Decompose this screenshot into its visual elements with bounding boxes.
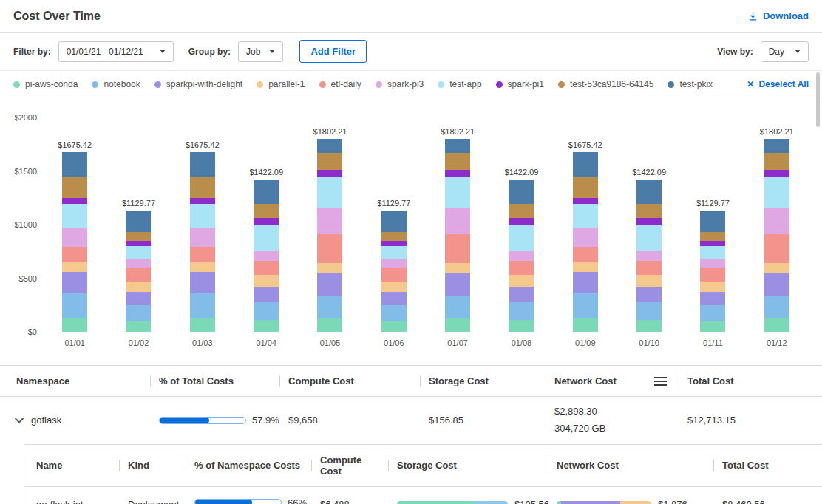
bar-segment-notebook[interactable] bbox=[445, 296, 470, 318]
bar-segment-sparkpi-with-delight[interactable] bbox=[190, 272, 215, 293]
bar-segment-parallel-1[interactable] bbox=[445, 263, 470, 273]
col-pct-total-costs[interactable]: % of Total Costs bbox=[150, 366, 279, 396]
bar-segment-test-pkix[interactable] bbox=[381, 211, 407, 232]
bar-segment-pi-aws-conda[interactable] bbox=[764, 318, 789, 332]
bar-segment-etl-daily[interactable] bbox=[62, 247, 87, 262]
bar-segment-spark-pi3[interactable] bbox=[126, 259, 151, 268]
bar-segment-test-53ca9186-64145[interactable] bbox=[62, 177, 87, 198]
bar-segment-etl-daily[interactable] bbox=[190, 247, 215, 262]
bar-segment-notebook[interactable] bbox=[381, 305, 407, 321]
stacked-bar[interactable] bbox=[509, 180, 534, 332]
add-filter-button[interactable]: Add Filter bbox=[299, 40, 367, 63]
bar-segment-test-pkix[interactable] bbox=[126, 211, 151, 232]
column-settings-icon[interactable] bbox=[654, 377, 667, 386]
bar-segment-parallel-1[interactable] bbox=[317, 263, 342, 273]
bar-segment-spark-pi3[interactable] bbox=[317, 208, 342, 234]
legend-item-parallel-1[interactable]: parallel-1 bbox=[257, 79, 305, 89]
bar-segment-sparkpi-with-delight[interactable] bbox=[381, 292, 407, 304]
col-namespace[interactable]: Namespace bbox=[13, 366, 150, 396]
bar-segment-notebook[interactable] bbox=[509, 302, 534, 320]
bar-segment-spark-pi1[interactable] bbox=[190, 198, 215, 205]
bar-segment-spark-pi3[interactable] bbox=[764, 208, 789, 234]
legend-item-test-53ca9186-64145[interactable]: test-53ca9186-64145 bbox=[558, 79, 653, 89]
col-network-cost[interactable]: Network Cost bbox=[548, 445, 713, 486]
bar-segment-spark-pi3[interactable] bbox=[573, 228, 598, 247]
col-kind[interactable]: Kind bbox=[119, 445, 186, 486]
bar-segment-spark-pi3[interactable] bbox=[700, 259, 725, 268]
col-total-cost[interactable]: Total Cost bbox=[713, 445, 822, 486]
stacked-bar[interactable] bbox=[573, 152, 598, 332]
bar-segment-test-pkix[interactable] bbox=[509, 180, 534, 205]
bar-segment-spark-pi3[interactable] bbox=[509, 251, 534, 262]
col-pct-namespace-costs[interactable]: % of Namespace Costs bbox=[186, 445, 311, 486]
bar-segment-sparkpi-with-delight[interactable] bbox=[254, 287, 279, 302]
bar-segment-spark-pi1[interactable] bbox=[62, 198, 87, 205]
bar-segment-spark-pi1[interactable] bbox=[445, 170, 470, 177]
bar-segment-pi-aws-conda[interactable] bbox=[190, 318, 215, 332]
group-by-dropdown[interactable]: Job bbox=[238, 41, 283, 62]
bar-segment-pi-aws-conda[interactable] bbox=[381, 321, 407, 333]
legend-item-pi-aws-conda[interactable]: pi-aws-conda bbox=[13, 79, 78, 89]
namespace-expand-cell[interactable]: goflask bbox=[13, 415, 150, 426]
bar-segment-sparkpi-with-delight[interactable] bbox=[764, 273, 789, 296]
bar-segment-test-pkix[interactable] bbox=[636, 180, 662, 205]
bar-segment-pi-aws-conda[interactable] bbox=[700, 321, 725, 333]
bar-segment-etl-daily[interactable] bbox=[381, 268, 407, 282]
bar-segment-test-app[interactable] bbox=[764, 177, 789, 208]
bar-segment-pi-aws-conda[interactable] bbox=[62, 318, 87, 332]
bar-segment-notebook[interactable] bbox=[254, 302, 279, 320]
bar-segment-sparkpi-with-delight[interactable] bbox=[126, 292, 151, 304]
bar-segment-test-pkix[interactable] bbox=[445, 139, 470, 153]
bar-segment-test-pkix[interactable] bbox=[573, 152, 598, 177]
bar-segment-pi-aws-conda[interactable] bbox=[636, 320, 662, 332]
bar-segment-parallel-1[interactable] bbox=[381, 282, 407, 293]
bar-segment-test-53ca9186-64145[interactable] bbox=[190, 177, 215, 198]
bar-segment-test-pkix[interactable] bbox=[700, 211, 725, 232]
bar-segment-sparkpi-with-delight[interactable] bbox=[62, 272, 87, 293]
bar-segment-notebook[interactable] bbox=[190, 293, 215, 318]
bar-segment-etl-daily[interactable] bbox=[254, 261, 279, 275]
bar-segment-sparkpi-with-delight[interactable] bbox=[509, 287, 534, 302]
stacked-bar[interactable] bbox=[700, 211, 725, 332]
bar-segment-sparkpi-with-delight[interactable] bbox=[573, 272, 598, 293]
bar-segment-test-53ca9186-64145[interactable] bbox=[636, 204, 662, 218]
stacked-bar[interactable] bbox=[254, 180, 279, 332]
bar-segment-notebook[interactable] bbox=[764, 296, 789, 318]
bar-segment-etl-daily[interactable] bbox=[636, 261, 662, 275]
bar-segment-parallel-1[interactable] bbox=[254, 275, 279, 287]
stacked-bar[interactable] bbox=[636, 180, 662, 332]
bar-segment-parallel-1[interactable] bbox=[700, 282, 725, 293]
scrollbar[interactable] bbox=[816, 72, 820, 127]
bar-segment-spark-pi1[interactable] bbox=[126, 241, 151, 246]
legend-item-notebook[interactable]: notebook bbox=[92, 79, 140, 89]
bar-segment-pi-aws-conda[interactable] bbox=[254, 320, 279, 332]
bar-segment-test-53ca9186-64145[interactable] bbox=[509, 204, 534, 218]
bar-segment-pi-aws-conda[interactable] bbox=[509, 320, 534, 332]
bar-segment-test-pkix[interactable] bbox=[317, 139, 342, 153]
bar-segment-notebook[interactable] bbox=[700, 305, 725, 321]
bar-segment-spark-pi3[interactable] bbox=[636, 251, 662, 262]
bar-segment-sparkpi-with-delight[interactable] bbox=[700, 292, 725, 304]
col-storage-cost[interactable]: Storage Cost bbox=[388, 445, 548, 486]
bar-segment-test-pkix[interactable] bbox=[190, 152, 215, 177]
bar-segment-etl-daily[interactable] bbox=[126, 268, 151, 282]
bar-segment-test-app[interactable] bbox=[317, 177, 342, 208]
bar-segment-test-app[interactable] bbox=[700, 246, 725, 259]
stacked-bar[interactable] bbox=[62, 152, 87, 332]
col-name[interactable]: Name bbox=[24, 445, 119, 486]
legend-item-test-app[interactable]: test-app bbox=[438, 79, 481, 89]
bar-segment-spark-pi1[interactable] bbox=[764, 170, 789, 177]
stacked-bar[interactable] bbox=[190, 152, 215, 332]
bar-segment-test-53ca9186-64145[interactable] bbox=[317, 153, 342, 170]
stacked-bar[interactable] bbox=[381, 211, 407, 332]
legend-item-etl-daily[interactable]: etl-daily bbox=[319, 79, 361, 89]
bar-segment-spark-pi1[interactable] bbox=[381, 241, 407, 246]
bar-segment-test-53ca9186-64145[interactable] bbox=[254, 204, 279, 218]
bar-segment-pi-aws-conda[interactable] bbox=[317, 318, 342, 332]
bar-segment-parallel-1[interactable] bbox=[190, 262, 215, 272]
stacked-bar[interactable] bbox=[445, 139, 470, 332]
download-button[interactable]: Download bbox=[748, 10, 809, 21]
col-network-cost[interactable]: Network Cost bbox=[546, 366, 679, 396]
bar-segment-test-53ca9186-64145[interactable] bbox=[573, 177, 598, 198]
bar-segment-test-53ca9186-64145[interactable] bbox=[381, 232, 407, 241]
